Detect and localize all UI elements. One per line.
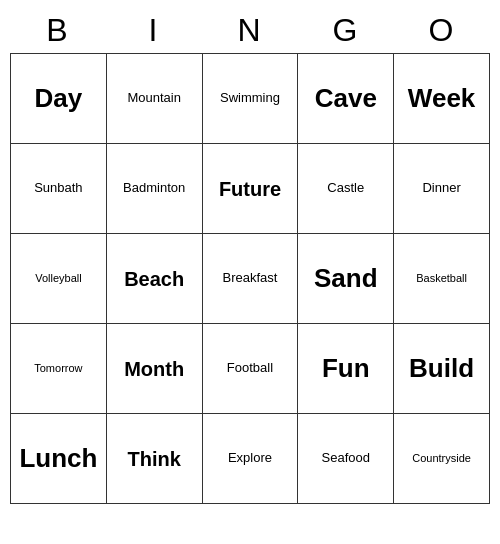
- cell-text: Sunbath: [34, 181, 82, 195]
- cell-text: Breakfast: [223, 271, 278, 285]
- header-letter: O: [394, 8, 490, 53]
- cell-text: Fun: [322, 354, 370, 383]
- cell-text: Badminton: [123, 181, 185, 195]
- header-letter: N: [202, 8, 298, 53]
- cell-text: Think: [128, 448, 181, 470]
- bingo-cell: Cave: [298, 54, 394, 144]
- cell-text: Month: [124, 358, 184, 380]
- cell-text: Volleyball: [35, 272, 81, 284]
- bingo-cell: Basketball: [394, 234, 490, 324]
- bingo-cell: Sand: [298, 234, 394, 324]
- bingo-header: BINGO: [10, 8, 490, 53]
- cell-text: Day: [35, 84, 83, 113]
- cell-text: Week: [408, 84, 475, 113]
- bingo-cell: Castle: [298, 144, 394, 234]
- bingo-cell: Mountain: [107, 54, 203, 144]
- bingo-cell: Countryside: [394, 414, 490, 504]
- bingo-cell: Explore: [203, 414, 299, 504]
- bingo-cell: Football: [203, 324, 299, 414]
- bingo-cell: Think: [107, 414, 203, 504]
- cell-text: Mountain: [127, 91, 180, 105]
- cell-text: Tomorrow: [34, 362, 82, 374]
- bingo-cell: Lunch: [11, 414, 107, 504]
- bingo-cell: Sunbath: [11, 144, 107, 234]
- bingo-cell: Volleyball: [11, 234, 107, 324]
- cell-text: Beach: [124, 268, 184, 290]
- cell-text: Dinner: [422, 181, 460, 195]
- cell-text: Castle: [327, 181, 364, 195]
- cell-text: Cave: [315, 84, 377, 113]
- cell-text: Sand: [314, 264, 378, 293]
- bingo-cell: Build: [394, 324, 490, 414]
- cell-text: Swimming: [220, 91, 280, 105]
- bingo-cell: Future: [203, 144, 299, 234]
- cell-text: Lunch: [19, 444, 97, 473]
- bingo-cell: Day: [11, 54, 107, 144]
- bingo-grid: DayMountainSwimmingCaveWeekSunbathBadmin…: [10, 53, 490, 504]
- header-letter: G: [298, 8, 394, 53]
- bingo-cell: Dinner: [394, 144, 490, 234]
- cell-text: Basketball: [416, 272, 467, 284]
- bingo-cell: Breakfast: [203, 234, 299, 324]
- cell-text: Seafood: [322, 451, 370, 465]
- cell-text: Football: [227, 361, 273, 375]
- bingo-cell: Swimming: [203, 54, 299, 144]
- cell-text: Countryside: [412, 452, 471, 464]
- bingo-card: BINGO DayMountainSwimmingCaveWeekSunbath…: [10, 8, 490, 504]
- header-letter: B: [10, 8, 106, 53]
- bingo-cell: Month: [107, 324, 203, 414]
- bingo-cell: Beach: [107, 234, 203, 324]
- bingo-cell: Week: [394, 54, 490, 144]
- cell-text: Build: [409, 354, 474, 383]
- bingo-cell: Seafood: [298, 414, 394, 504]
- cell-text: Explore: [228, 451, 272, 465]
- header-letter: I: [106, 8, 202, 53]
- bingo-cell: Fun: [298, 324, 394, 414]
- cell-text: Future: [219, 178, 281, 200]
- bingo-cell: Tomorrow: [11, 324, 107, 414]
- bingo-cell: Badminton: [107, 144, 203, 234]
